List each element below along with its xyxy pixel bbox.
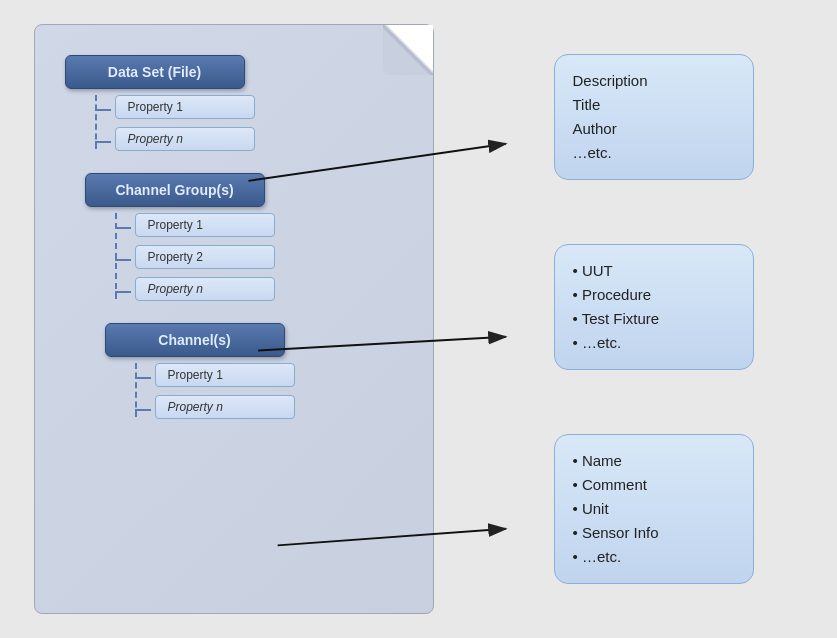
document-shape: Data Set (File) Property 1 Property n <box>34 24 434 614</box>
dataset-header: Data Set (File) <box>65 55 245 89</box>
channelgroups-section: Channel Group(s) Property 1 Property 2 <box>85 173 413 313</box>
channels-property-1: Property 1 <box>155 363 295 387</box>
callout-line: Title <box>573 93 735 117</box>
callout-line: • Procedure <box>573 283 735 307</box>
channels-section: Channel(s) Property 1 Property n <box>105 323 413 431</box>
channels-property-n: Property n <box>155 395 295 419</box>
callout-line: • UUT <box>573 259 735 283</box>
callout-area: Description Title Author …etc. • UUT • P… <box>494 24 804 634</box>
dataset-property-n: Property n <box>115 127 255 151</box>
list-item: Property 2 <box>135 245 413 273</box>
channels-properties: Property 1 Property n <box>105 363 413 427</box>
tree: Data Set (File) Property 1 Property n <box>55 55 413 441</box>
channelgroups-property-1: Property 1 <box>135 213 275 237</box>
callout-channelgroups: • UUT • Procedure • Test Fixture • …etc. <box>554 244 754 370</box>
dataset-property-1: Property 1 <box>115 95 255 119</box>
list-item: Property n <box>135 277 413 305</box>
channelgroups-property-n: Property n <box>135 277 275 301</box>
dataset-properties: Property 1 Property n <box>65 95 413 159</box>
callout-line: Description <box>573 69 735 93</box>
callout-line: • …etc. <box>573 331 735 355</box>
dataset-section: Data Set (File) Property 1 Property n <box>65 55 413 163</box>
list-item: Property n <box>115 127 413 155</box>
callout-line: • Unit <box>573 497 735 521</box>
channelgroups-properties: Property 1 Property 2 Property n <box>85 213 413 309</box>
callout-line: • Sensor Info <box>573 521 735 545</box>
channelgroups-property-2: Property 2 <box>135 245 275 269</box>
channelgroups-header: Channel Group(s) <box>85 173 265 207</box>
list-item: Property 1 <box>135 213 413 241</box>
callout-line: • Test Fixture <box>573 307 735 331</box>
callout-line: • …etc. <box>573 545 735 569</box>
callout-line: • Name <box>573 449 735 473</box>
list-item: Property n <box>155 395 413 423</box>
callout-channels: • Name • Comment • Unit • Sensor Info • … <box>554 434 754 584</box>
callout-line: • Comment <box>573 473 735 497</box>
list-item: Property 1 <box>155 363 413 391</box>
callout-dataset: Description Title Author …etc. <box>554 54 754 180</box>
callout-line: …etc. <box>573 141 735 165</box>
full-diagram: Data Set (File) Property 1 Property n <box>34 24 804 634</box>
document-area: Data Set (File) Property 1 Property n <box>34 24 464 634</box>
callout-line: Author <box>573 117 735 141</box>
list-item: Property 1 <box>115 95 413 123</box>
channels-header: Channel(s) <box>105 323 285 357</box>
